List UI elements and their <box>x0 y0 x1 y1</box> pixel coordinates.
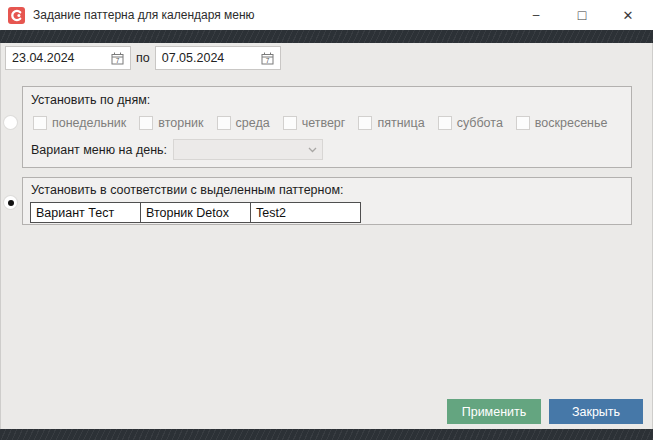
date-to-value: 07.05.2024 <box>162 51 225 65</box>
window-title: Задание паттерна для календаря меню <box>33 8 255 22</box>
day-checkbox[interactable] <box>139 116 153 130</box>
titlebar: Задание паттерна для календаря меню – □ … <box>0 0 653 30</box>
app-logo-icon <box>8 7 25 24</box>
group-by-pattern: Установить в соответствии с выделенным п… <box>22 177 632 225</box>
pattern-item-cell[interactable]: Вторник Detox <box>140 202 251 223</box>
bottom-stripe-band <box>0 429 653 440</box>
day-checkbox-label: суббота <box>457 116 503 130</box>
day-checkbox-label: понедельник <box>52 116 126 130</box>
day-checkbox-row: понедельник вторник среда четверг <box>33 116 623 130</box>
pattern-item-cell[interactable]: Test2 <box>250 202 361 223</box>
day-checkbox-label: среда <box>236 116 270 130</box>
radio-by-pattern[interactable] <box>4 196 17 209</box>
day-checkbox-label: пятница <box>377 116 424 130</box>
day-checkbox-item: вторник <box>139 116 203 130</box>
group-by-pattern-label: Установить в соответствии с выделенным п… <box>31 183 623 197</box>
day-checkbox-item: четверг <box>283 116 346 130</box>
group-by-days-label: Установить по дням: <box>31 93 623 107</box>
date-to-field[interactable]: 07.05.2024 7 <box>155 46 281 70</box>
date-separator-label: по <box>136 51 150 65</box>
minimize-button[interactable]: – <box>513 0 559 30</box>
day-checkbox[interactable] <box>33 116 47 130</box>
menu-variant-label: Вариант меню на день: <box>31 143 167 157</box>
radio-dot <box>8 200 14 206</box>
day-checkbox-label: четверг <box>302 116 346 130</box>
day-checkbox[interactable] <box>217 116 231 130</box>
menu-variant-select[interactable] <box>173 139 323 160</box>
day-checkbox[interactable] <box>283 116 297 130</box>
day-checkbox-item: суббота <box>438 116 503 130</box>
group-by-days: Установить по дням: понедельник вторник … <box>22 86 632 168</box>
day-checkbox-item: пятница <box>358 116 424 130</box>
date-from-value: 23.04.2024 <box>12 51 75 65</box>
day-checkbox-item: среда <box>217 116 270 130</box>
radio-dot <box>8 120 14 126</box>
chevron-down-icon <box>308 147 317 153</box>
day-checkbox-label: вторник <box>158 116 203 130</box>
pattern-item-cell[interactable]: Вариант Тест <box>30 202 141 223</box>
close-button[interactable]: Закрыть <box>549 399 643 424</box>
calendar-icon[interactable]: 7 <box>261 52 274 65</box>
svg-text:7: 7 <box>265 57 269 64</box>
dialog-window: Задание паттерна для календаря меню – □ … <box>0 0 653 440</box>
menu-variant-row: Вариант меню на день: <box>31 139 623 160</box>
day-checkbox-item: понедельник <box>33 116 126 130</box>
pattern-items-row: Вариант Тест Вторник Detox Test2 <box>31 202 623 223</box>
day-checkbox[interactable] <box>438 116 452 130</box>
day-checkbox[interactable] <box>358 116 372 130</box>
day-checkbox-label: воскресенье <box>535 116 608 130</box>
day-checkbox-item: воскресенье <box>516 116 608 130</box>
apply-button[interactable]: Применить <box>447 399 541 424</box>
svg-text:7: 7 <box>116 57 120 64</box>
maximize-button[interactable]: □ <box>559 0 605 30</box>
radio-by-days[interactable] <box>4 116 17 129</box>
top-stripe-band <box>0 30 653 43</box>
calendar-icon[interactable]: 7 <box>111 52 124 65</box>
close-window-button[interactable]: ✕ <box>605 0 651 30</box>
date-from-field[interactable]: 23.04.2024 7 <box>5 46 131 70</box>
window-controls: – □ ✕ <box>513 0 653 30</box>
day-checkbox[interactable] <box>516 116 530 130</box>
date-range-row: 23.04.2024 7 по 07.05.2024 <box>5 46 281 70</box>
